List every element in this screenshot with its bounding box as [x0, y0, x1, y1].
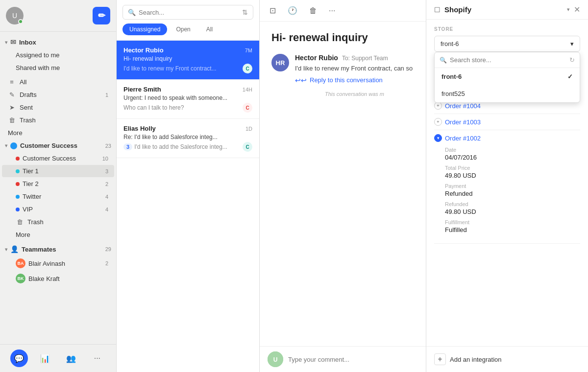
conv-count-3: 3: [123, 143, 132, 150]
inbox-section-header[interactable]: ▾ ✉ Inbox: [0, 36, 116, 48]
more-footer-button[interactable]: ···: [88, 349, 106, 367]
conv-preview-3: I'd like to add the Salesforce integ...: [134, 143, 227, 150]
search-icon: 🔍: [128, 9, 136, 16]
conv-item-3[interactable]: Elias Holly 1D Re: I'd like to add Sales…: [117, 119, 259, 158]
comment-input[interactable]: [288, 356, 418, 363]
conv-preview-2: Who can I talk to here?: [123, 104, 184, 111]
panel-close-button[interactable]: ✕: [574, 5, 580, 14]
sidebar-item-trash[interactable]: 🗑 Trash: [2, 114, 114, 126]
sidebar-item-cs-trash[interactable]: 🗑 Trash: [2, 216, 114, 228]
sidebar-item-blair[interactable]: BA Blair Avinash 2: [2, 256, 114, 271]
teammates-chevron: ▾: [5, 247, 7, 252]
inbox-section: ▾ ✉ Inbox Assigned to me Shared with me: [0, 36, 116, 74]
teammates-section-header[interactable]: ▾ 👤 Teammates 29: [0, 243, 116, 256]
add-integration-button[interactable]: + Add an integration: [434, 351, 502, 367]
order-payment-row: Payment Refunded: [445, 183, 580, 197]
store-option-label-2: front525: [441, 90, 465, 97]
sidebar-item-drafts[interactable]: ✎ Drafts 1: [2, 89, 114, 101]
conv-badge-3: C: [243, 142, 252, 152]
twitter-label: Twitter: [23, 193, 41, 200]
conv-item-1[interactable]: Hector Rubio 7M Hi- renewal inquiry I'd …: [117, 41, 259, 80]
conv-list-body: Hector Rubio 7M Hi- renewal inquiry I'd …: [117, 41, 259, 372]
reply-button[interactable]: ↩↩ Reply to this conversation: [295, 73, 383, 87]
order-date-value: 04/07/2016: [445, 154, 580, 161]
conv-item-2[interactable]: Pierre Smith 14H Urgent: I need to speak…: [117, 80, 259, 119]
order-link-1003[interactable]: + Order #1003: [434, 118, 580, 126]
sidebar-item-vip[interactable]: VIP 4: [2, 203, 114, 215]
contacts-footer-button[interactable]: 👥: [62, 349, 80, 367]
compose-button[interactable]: ✏: [93, 7, 110, 24]
more-toolbar-icon[interactable]: ···: [327, 4, 337, 17]
sidebar-item-all[interactable]: ≡ All: [2, 76, 114, 88]
store-search-input[interactable]: [450, 56, 566, 64]
conv-title: Hi- renewal inquiry: [271, 31, 414, 44]
stats-footer-button[interactable]: 📊: [36, 349, 54, 367]
sent-icon: ➤: [8, 104, 16, 111]
chat-footer-button[interactable]: 💬: [10, 349, 28, 367]
right-panel-footer: + Add an integration: [426, 346, 588, 372]
add-integration-label: Add an integration: [450, 356, 502, 363]
order-expand-1004[interactable]: +: [434, 102, 442, 110]
store-select-chevron: ▾: [570, 40, 574, 47]
cs-section-header[interactable]: ▾ Customer Success 23: [0, 140, 116, 152]
store-option-front6[interactable]: front-6 ✓: [435, 68, 580, 85]
sidebar-item-tier2[interactable]: Tier 2 2: [2, 178, 114, 190]
order-link-1004[interactable]: + Order #1004: [434, 102, 580, 110]
right-panel-header: ☐ Shopify ▾ ✕: [426, 0, 588, 20]
conv-name-3: Elias Holly: [123, 125, 156, 132]
sidebar-item-shared-with-me[interactable]: Shared with me: [2, 62, 114, 74]
blair-label: Blair Avinash: [28, 260, 65, 267]
teammates-badge: 29: [105, 246, 111, 252]
cs-inbox-label: Customer Success: [23, 155, 76, 162]
cs-icon: [10, 142, 17, 149]
order-refunded-label: Refunded: [445, 201, 580, 207]
sidebar-item-tier1[interactable]: Tier 1 3: [2, 165, 114, 177]
search-input[interactable]: [139, 9, 239, 16]
conv-name-1: Hector Rubio: [123, 46, 164, 54]
sidebar-item-more[interactable]: More: [2, 127, 114, 139]
order-link-1002[interactable]: ▾ Order #1002: [434, 134, 580, 142]
sidebar-item-cs-inbox[interactable]: Customer Success 10: [2, 152, 114, 164]
tier1-dot: [16, 169, 20, 173]
main-content: ⊡ 🕐 🗑 ··· Hi- renewal inquiry HR Hector …: [260, 0, 426, 372]
order-date-row: Date 04/07/2016: [445, 147, 580, 161]
cs-chevron: ▾: [5, 143, 7, 148]
sidebar-item-cs-more[interactable]: More: [2, 229, 114, 241]
sidebar-item-sent[interactable]: ➤ Sent: [2, 101, 114, 114]
order-expand-1003[interactable]: +: [434, 118, 442, 126]
filter-open[interactable]: Open: [169, 23, 197, 35]
cs-more-label: More: [16, 231, 30, 238]
order-fulfillment-row: Fulfillment Fulfilled: [445, 219, 580, 233]
order-number-1003: Order #1003: [445, 118, 481, 126]
store-option-front525[interactable]: front525: [435, 85, 580, 102]
cs-inbox-dot: [16, 157, 20, 161]
svg-text:U: U: [273, 356, 278, 363]
conv-body: Hi- renewal inquiry HR Hector Rubio To: …: [260, 22, 426, 346]
archive-icon[interactable]: ⊡: [268, 4, 278, 17]
vip-badge: 4: [105, 207, 108, 212]
sidebar-item-blake[interactable]: BK Blake Kraft: [2, 271, 114, 286]
vip-label: VIP: [23, 206, 33, 213]
conv-badge-1: C: [243, 64, 252, 73]
delete-icon[interactable]: 🗑: [307, 4, 319, 17]
tier2-badge: 2: [105, 181, 108, 187]
avatar[interactable]: U: [6, 7, 24, 24]
filter-unassigned[interactable]: Unassigned: [122, 23, 167, 35]
snooze-icon[interactable]: 🕐: [286, 4, 299, 17]
order-refunded-row: Refunded 49.80 USD: [445, 201, 580, 215]
filter-all[interactable]: All: [199, 23, 220, 35]
store-select[interactable]: front-6 ▾: [434, 36, 580, 52]
reply-label: Reply to this conversation: [310, 76, 383, 84]
order-expand-1002[interactable]: ▾: [434, 134, 442, 142]
teammates-section: ▾ 👤 Teammates 29 BA Blair Avinash 2 BK B…: [0, 243, 116, 286]
more-label: More: [8, 129, 23, 137]
filter-tabs: Unassigned Open All: [122, 23, 253, 35]
sort-icon[interactable]: ⇅: [242, 8, 248, 16]
message-item: HR Hector Rubio To: Support Team I'd lik…: [271, 54, 414, 101]
sidebar-item-twitter[interactable]: Twitter 4: [2, 190, 114, 203]
all-label: All: [20, 78, 26, 86]
sidebar-item-assigned-to-me[interactable]: Assigned to me: [2, 49, 114, 61]
all-icon: ≡: [8, 78, 16, 86]
vip-dot: [16, 208, 20, 211]
refresh-icon[interactable]: ↻: [569, 56, 575, 64]
